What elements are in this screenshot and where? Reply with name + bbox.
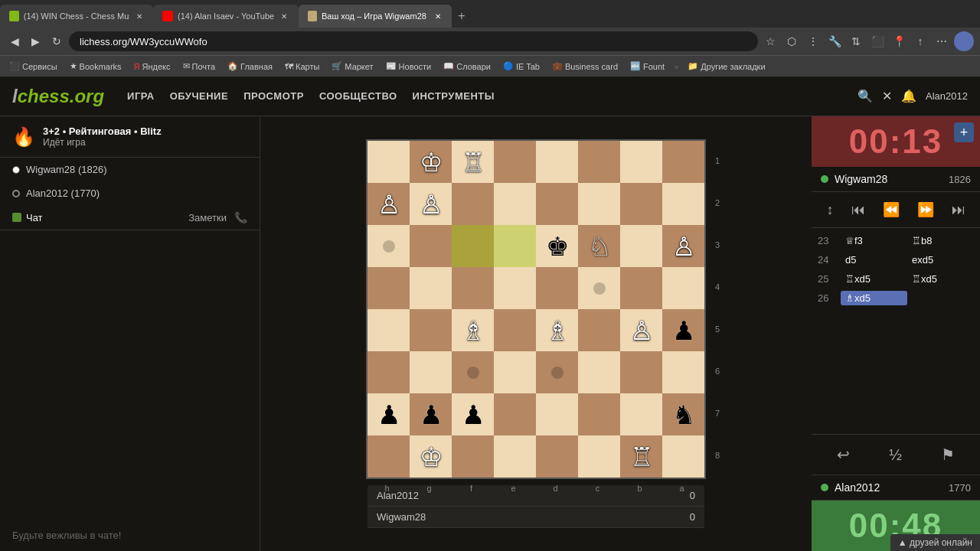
extensions-icon[interactable]: ⬡ xyxy=(782,32,801,51)
first-move-button[interactable]: ⏮ xyxy=(845,198,871,221)
board-cell-1-4[interactable] xyxy=(536,183,578,225)
chess-piece[interactable]: ♙ xyxy=(420,189,443,220)
move-24-black[interactable]: exd5 xyxy=(907,253,974,267)
board-cell-2-2[interactable] xyxy=(452,225,494,267)
board-cell-4-6[interactable]: ♙ xyxy=(620,309,662,351)
apps-icon[interactable]: ⬛ xyxy=(868,32,887,51)
bm-bookmarks[interactable]: ★ Bookmarks xyxy=(67,60,125,73)
bm-services[interactable]: ⬛ Сервисы xyxy=(6,60,60,73)
board-cell-4-1[interactable] xyxy=(410,309,452,351)
board-cell-5-7[interactable] xyxy=(662,351,704,393)
chess-piece[interactable]: ♖ xyxy=(462,147,485,178)
nav-soobshchestvo[interactable]: СООБЩЕСТВО xyxy=(319,90,397,102)
timer-add-button[interactable]: + xyxy=(954,122,974,142)
board-cell-6-2[interactable]: ♟ xyxy=(452,393,494,435)
board-cell-4-5[interactable] xyxy=(578,309,620,351)
board-cell-6-4[interactable] xyxy=(536,393,578,435)
tab1-close[interactable]: ✕ xyxy=(134,11,144,21)
board-cell-3-1[interactable] xyxy=(410,267,452,309)
board-cell-2-0[interactable] xyxy=(368,225,410,267)
board-cell-4-0[interactable] xyxy=(368,309,410,351)
chess-piece[interactable]: ♞ xyxy=(672,399,695,430)
board-cell-5-6[interactable] xyxy=(620,351,662,393)
move-23-white[interactable]: ♕f3 xyxy=(841,233,907,248)
board-cell-4-3[interactable] xyxy=(494,309,536,351)
bm-others[interactable]: 📁 Другие закладки xyxy=(684,60,768,73)
chess-piece[interactable]: ♔ xyxy=(420,147,443,178)
board-cell-6-6[interactable] xyxy=(620,393,662,435)
nav-igra[interactable]: ИГРА xyxy=(127,90,155,102)
chess-piece[interactable]: ♙ xyxy=(672,231,695,262)
bell-icon[interactable]: 🔔 xyxy=(901,89,916,103)
bm-fount[interactable]: 🔤 Fount xyxy=(627,60,668,73)
move-24-white[interactable]: d5 xyxy=(841,253,907,267)
move-23-black[interactable]: ♖b8 xyxy=(907,233,974,248)
chess-piece[interactable]: ♚ xyxy=(546,231,569,262)
board-cell-0-0[interactable] xyxy=(368,141,410,183)
board-cell-2-4[interactable]: ♚ xyxy=(536,225,578,267)
board-cell-0-7[interactable] xyxy=(662,141,704,183)
board-cell-0-6[interactable] xyxy=(620,141,662,183)
search-icon[interactable]: 🔍 xyxy=(858,89,873,103)
location-icon[interactable]: 📍 xyxy=(890,32,908,51)
board-cell-2-1[interactable] xyxy=(410,225,452,267)
board-cell-1-0[interactable]: ♙ xyxy=(368,183,410,225)
board-cell-7-6[interactable]: ♖ xyxy=(620,435,662,478)
board-cell-2-3[interactable] xyxy=(494,225,536,267)
last-move-button[interactable]: ⏭ xyxy=(946,198,972,221)
profile-icon[interactable] xyxy=(954,31,974,51)
chess-piece[interactable]: ♗ xyxy=(462,315,485,346)
board-cell-3-6[interactable] xyxy=(620,267,662,309)
board-cell-7-4[interactable] xyxy=(536,435,578,478)
bm-bizcard[interactable]: 💼 Business card xyxy=(549,60,621,73)
bm-glavnaya[interactable]: 🏠 Главная xyxy=(224,60,276,73)
bm-slovari[interactable]: 📖 Словари xyxy=(440,60,494,73)
board-cell-7-1[interactable]: ♔ xyxy=(410,435,452,478)
chess-board[interactable]: ♔♖♙♙♚♘♙♗♗♙♟♟♟♟♞♔♖ xyxy=(366,139,706,479)
more-icon[interactable]: ⋯ xyxy=(933,32,951,51)
move-25-white[interactable]: ♖xd5 xyxy=(841,272,907,286)
menu-icon[interactable]: ⋮ xyxy=(804,32,822,51)
board-cell-5-5[interactable] xyxy=(578,351,620,393)
notes-tab[interactable]: Заметки xyxy=(188,212,227,223)
board-cell-6-7[interactable]: ♞ xyxy=(662,393,704,435)
bm-yandex[interactable]: Я Яндекс xyxy=(131,60,174,73)
tab3-close[interactable]: ✕ xyxy=(433,11,443,21)
board-cell-7-7[interactable] xyxy=(662,435,704,478)
draw-button[interactable]: ½ xyxy=(881,441,910,468)
board-cell-4-2[interactable]: ♗ xyxy=(452,309,494,351)
chess-piece[interactable]: ♔ xyxy=(420,442,443,472)
new-tab-button[interactable]: + xyxy=(452,9,471,23)
board-cell-1-1[interactable]: ♙ xyxy=(410,183,452,225)
board-cell-0-2[interactable]: ♖ xyxy=(452,141,494,183)
tab2-close[interactable]: ✕ xyxy=(279,11,289,21)
bm-karty[interactable]: 🗺 Карты xyxy=(282,60,322,73)
share-icon[interactable]: ↑ xyxy=(911,32,929,51)
chess-piece[interactable]: ♟ xyxy=(462,399,485,430)
board-cell-0-5[interactable] xyxy=(578,141,620,183)
board-cell-6-1[interactable]: ♟ xyxy=(410,393,452,435)
board-cell-5-2[interactable] xyxy=(452,351,494,393)
phone-icon[interactable]: 📞 xyxy=(234,211,247,223)
flip-board-button[interactable]: ↕ xyxy=(821,198,840,221)
chess-piece[interactable]: ♙ xyxy=(630,315,653,346)
chess-piece[interactable]: ♖ xyxy=(630,442,653,472)
sync-icon[interactable]: ⇅ xyxy=(847,32,865,51)
undo-button[interactable]: ↩ xyxy=(829,441,858,468)
bm-pochta[interactable]: ✉ Почта xyxy=(180,60,219,73)
board-cell-4-7[interactable]: ♟ xyxy=(662,309,704,351)
board-cell-3-0[interactable] xyxy=(368,267,410,309)
board-cell-6-3[interactable] xyxy=(494,393,536,435)
header-username[interactable]: Alan2012 xyxy=(926,90,968,102)
chess-piece[interactable]: ♟ xyxy=(672,315,695,346)
address-bar[interactable] xyxy=(69,31,758,51)
tab-3[interactable]: Ваш ход – Игра Wigwam28 - lic... ✕ xyxy=(299,5,452,28)
chess-piece[interactable]: ♟ xyxy=(377,399,400,430)
site-logo[interactable]: lchess.org xyxy=(12,86,104,107)
board-cell-7-0[interactable] xyxy=(368,435,410,478)
board-cell-1-2[interactable] xyxy=(452,183,494,225)
board-cell-1-7[interactable] xyxy=(662,183,704,225)
board-cell-1-3[interactable] xyxy=(494,183,536,225)
puzzle-icon[interactable]: 🔧 xyxy=(825,32,844,51)
friends-bar[interactable]: ▲ друзей онлайн xyxy=(890,534,980,551)
